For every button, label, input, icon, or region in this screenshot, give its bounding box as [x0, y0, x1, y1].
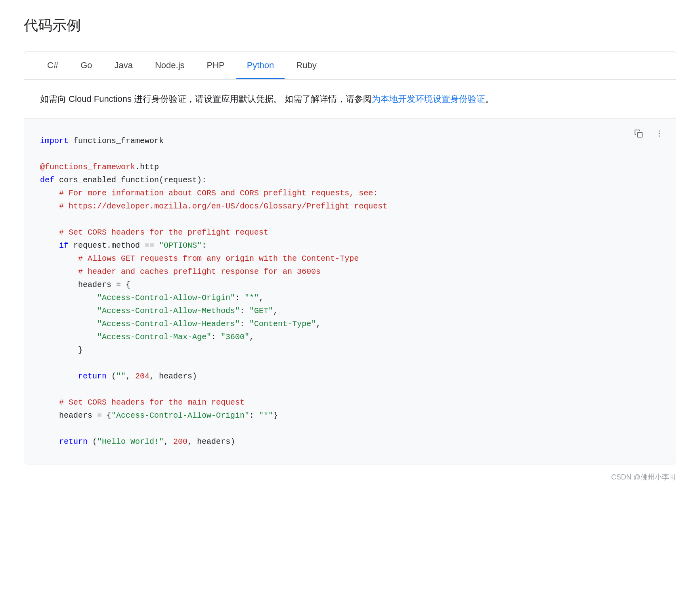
svg-point-2 — [659, 133, 660, 134]
info-text-suffix: 。 — [485, 94, 494, 104]
code-example-card: C# Go Java Node.js PHP Python Ruby 如需向 C… — [24, 51, 676, 464]
code-section: import functions_framework @functions_fr… — [24, 118, 676, 464]
info-link[interactable]: 为本地开发环境设置身份验证 — [372, 94, 485, 104]
tab-ruby[interactable]: Ruby — [285, 52, 327, 79]
tabs-bar: C# Go Java Node.js PHP Python Ruby — [24, 52, 676, 80]
svg-point-3 — [659, 136, 660, 137]
tab-nodejs[interactable]: Node.js — [144, 52, 196, 79]
tab-python[interactable]: Python — [236, 52, 285, 79]
tab-csharp[interactable]: C# — [36, 52, 69, 79]
svg-rect-0 — [637, 133, 642, 138]
page-title: 代码示例 — [24, 16, 676, 35]
tab-go[interactable]: Go — [69, 52, 103, 79]
svg-point-1 — [659, 131, 660, 132]
copy-button[interactable] — [630, 125, 647, 142]
info-text-prefix: 如需向 Cloud Functions 进行身份验证，请设置应用默认凭据。 如需… — [40, 94, 372, 104]
more-button[interactable] — [650, 125, 668, 142]
code-block: import functions_framework @functions_fr… — [40, 134, 660, 448]
footer-watermark: CSDN @佛州小李哥 — [24, 472, 676, 482]
code-toolbar — [630, 125, 668, 142]
tab-java[interactable]: Java — [103, 52, 143, 79]
tab-php[interactable]: PHP — [196, 52, 236, 79]
info-section: 如需向 Cloud Functions 进行身份验证，请设置应用默认凭据。 如需… — [24, 80, 676, 118]
